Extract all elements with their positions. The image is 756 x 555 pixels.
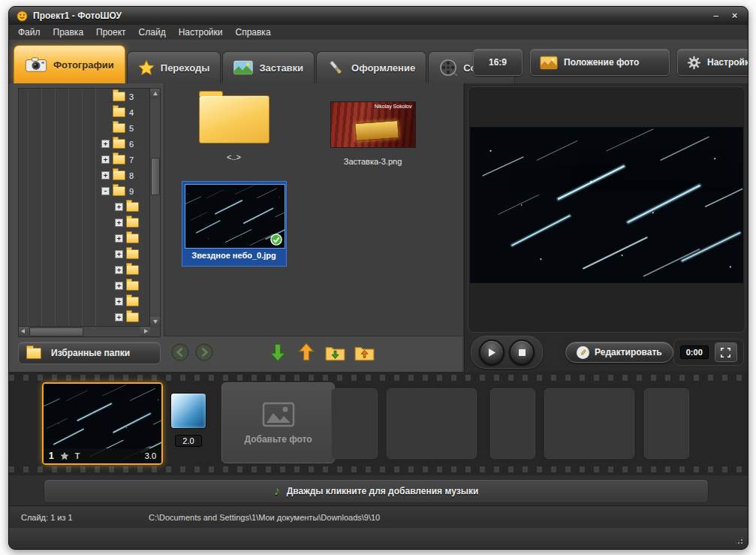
add-photo-label: Добавьте фото xyxy=(244,434,312,445)
tree-vertical-scrollbar[interactable] xyxy=(149,89,160,327)
photo-position-label: Положение фото xyxy=(564,57,639,68)
tree-expander[interactable]: + xyxy=(115,282,123,290)
add-music-bar[interactable]: ♪ Дважды кликните для добавления музыки xyxy=(44,479,709,503)
tree-horizontal-scrollbar[interactable] xyxy=(19,326,150,336)
add-folder-button[interactable] xyxy=(325,344,345,361)
slide-text-marker: T xyxy=(75,451,80,460)
scroll-down-button[interactable] xyxy=(150,317,160,327)
back-button[interactable] xyxy=(171,343,189,361)
tree-item[interactable]: + xyxy=(19,309,150,325)
menu-item-file[interactable]: Файл xyxy=(18,27,41,38)
slide-star-icon xyxy=(60,451,69,460)
tab-transitions[interactable]: Переходы xyxy=(127,51,221,83)
preview-pane: Редактировать 0:00 xyxy=(464,83,748,372)
tree-expander[interactable]: + xyxy=(101,155,110,164)
tree-item[interactable]: 3 xyxy=(19,89,150,104)
tree-item[interactable]: +6 xyxy=(19,136,150,152)
tree-expander[interactable]: + xyxy=(115,250,123,258)
folder-icon xyxy=(26,348,41,359)
tree-expander[interactable]: + xyxy=(115,313,123,321)
tab-decor[interactable]: Оформление xyxy=(316,51,426,83)
tree-item[interactable]: + xyxy=(19,294,150,309)
tree-expander[interactable]: + xyxy=(115,203,123,211)
tree-expander[interactable]: - xyxy=(101,187,110,195)
favorite-folders-button[interactable]: Избранные папки xyxy=(18,342,161,364)
thumbnail-credit-text: Nikolay Sokolov xyxy=(373,104,414,109)
tree-item[interactable]: + xyxy=(19,278,150,294)
close-button[interactable]: × xyxy=(729,10,740,22)
tree-item[interactable]: +7 xyxy=(19,152,150,167)
scroll-left-button[interactable] xyxy=(19,327,29,336)
tab-row: Фотографии Переходы Заставки xyxy=(9,40,748,84)
project-toolbar: 16:9 Положение фото xyxy=(473,49,748,76)
status-bar: Слайд: 1 из 1 C:\Documents and Settings\… xyxy=(9,505,748,529)
file-list-panel: <..> Nikolay Sokolov Заставка-3.png xyxy=(164,83,464,336)
open-folder-button[interactable] xyxy=(354,344,375,361)
tree-item[interactable]: +8 xyxy=(19,167,150,183)
minimize-button[interactable]: – xyxy=(710,10,721,22)
edit-slide-button[interactable]: Редактировать xyxy=(565,342,673,363)
tree-item[interactable]: + xyxy=(19,231,150,246)
tree-expander[interactable]: + xyxy=(115,266,123,274)
tree-expander[interactable]: + xyxy=(115,297,123,306)
fullscreen-button[interactable] xyxy=(715,342,737,362)
tree-expander[interactable]: + xyxy=(115,219,123,227)
tree-item[interactable]: + xyxy=(19,246,150,262)
add-to-project-button[interactable] xyxy=(269,342,287,362)
folder-icon xyxy=(126,202,139,212)
stop-button[interactable] xyxy=(509,339,535,365)
menu-item-help[interactable]: Справка xyxy=(235,27,270,38)
forward-button[interactable] xyxy=(195,343,213,361)
timeline-transition[interactable]: 2.0 xyxy=(168,393,209,447)
picture-icon xyxy=(233,60,253,75)
remove-from-project-button[interactable] xyxy=(297,342,315,362)
title-bar[interactable]: Проект1 - ФотоШОУ – × xyxy=(9,7,748,26)
parent-folder-item[interactable]: <..> xyxy=(199,89,270,178)
scroll-right-button[interactable] xyxy=(140,327,150,336)
stop-icon xyxy=(519,349,526,356)
project-settings-button[interactable]: Настройки проек xyxy=(677,49,748,76)
music-note-icon: ♪ xyxy=(274,485,280,497)
menu-item-project[interactable]: Проект xyxy=(96,27,126,38)
folder-tree[interactable]: 3 4 5 +6 +7 +8 -9 + + + + + + + + xyxy=(18,88,161,337)
favorite-folders-label: Избранные папки xyxy=(51,348,130,358)
add-photo-slot[interactable]: Добавьте фото xyxy=(221,382,335,463)
menu-item-slide[interactable]: Слайд xyxy=(139,27,166,38)
tree-item[interactable]: + xyxy=(19,215,150,231)
folder-icon xyxy=(113,155,125,164)
tree-item[interactable]: 5 xyxy=(19,120,150,136)
file-item-zastavka[interactable]: Nikolay Sokolov Заставка-3.png xyxy=(330,89,416,178)
thumbnail-sign xyxy=(354,120,399,141)
tree-item[interactable]: -9 xyxy=(19,183,150,199)
menu-bar: Файл Правка Проект Слайд Настройки Справ… xyxy=(9,25,748,41)
tree-item-label: 3 xyxy=(129,92,134,101)
window-bottom-edge xyxy=(9,528,748,549)
scroll-up-button[interactable] xyxy=(150,89,160,98)
vertical-scroll-thumb[interactable] xyxy=(151,158,160,195)
aspect-ratio-button[interactable]: 16:9 xyxy=(473,49,523,76)
window-title: Проект1 - ФотоШОУ xyxy=(33,11,122,21)
tab-photos[interactable]: Фотографии xyxy=(14,45,125,83)
timeline-slide-1[interactable]: 1 T 3.0 xyxy=(42,382,163,465)
file-name: Заставка-3.png xyxy=(344,157,402,166)
tree-expander[interactable]: + xyxy=(115,234,123,243)
photo-position-button[interactable]: Положение фото xyxy=(530,49,670,76)
tree-item[interactable]: 4 xyxy=(19,104,150,120)
play-button[interactable] xyxy=(479,339,505,365)
photo-frame-icon xyxy=(540,56,558,70)
tree-expander[interactable]: + xyxy=(101,171,110,179)
tree-item[interactable]: + xyxy=(19,262,150,278)
tree-expander[interactable]: + xyxy=(101,140,110,148)
tab-intros[interactable]: Заставки xyxy=(222,51,315,83)
file-item-starry-sky-selected[interactable]: Звездное небо_0.jpg xyxy=(182,181,287,267)
pencil-icon xyxy=(577,346,589,359)
tree-item[interactable]: + xyxy=(19,199,150,215)
file-name: <..> xyxy=(227,152,241,161)
menu-item-edit[interactable]: Правка xyxy=(53,27,84,38)
scrollbar-corner xyxy=(150,327,160,336)
tree-item-label: 4 xyxy=(129,108,134,117)
horizontal-scroll-thumb[interactable] xyxy=(29,327,83,336)
film-perforations-bottom xyxy=(9,466,748,472)
menu-item-settings[interactable]: Настройки xyxy=(179,27,223,38)
empty-transition-slot xyxy=(644,388,689,459)
